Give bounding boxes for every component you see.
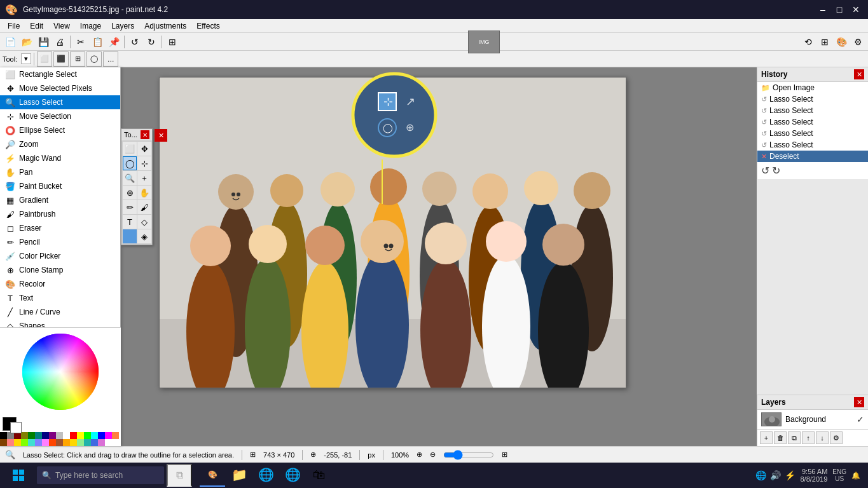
float-shapes-btn[interactable]: ◇ [137, 215, 151, 229]
palette-cell[interactable] [63, 432, 70, 439]
tool-dropdown[interactable]: ▾ [21, 53, 31, 64]
layers-close-button[interactable]: ✕ [854, 397, 864, 407]
menu-file[interactable]: File [3, 20, 25, 32]
palette-cell[interactable] [84, 439, 91, 446]
tb-icon1[interactable]: ⟲ [801, 34, 816, 50]
cut-button[interactable]: ✂ [73, 34, 88, 50]
tool-item-clone-stamp[interactable]: ⊕Clone Stamp [0, 263, 120, 277]
history-item-lasso4[interactable]: ↺ Lasso Select [757, 128, 868, 139]
taskbar-paintnet-icon[interactable]: 🎨 [200, 464, 225, 487]
palette-cell[interactable] [105, 432, 112, 439]
taskbar-chrome-icon[interactable]: 🌐 [253, 464, 279, 487]
taskbar-files-icon[interactable]: 📁 [226, 464, 252, 487]
palette-cell[interactable] [98, 439, 105, 446]
print-button[interactable]: 🖨 [52, 34, 67, 50]
tool-item-move-selection[interactable]: ⊹Move Selection [0, 109, 120, 123]
tool-item-text[interactable]: TText [0, 291, 120, 305]
zoom-slider[interactable] [443, 450, 494, 460]
open-button[interactable]: 📂 [19, 34, 34, 50]
float-lasso-btn[interactable]: ◯ [123, 156, 137, 170]
redo-button[interactable]: ↻ [144, 34, 159, 50]
palette-cell[interactable] [7, 439, 14, 446]
palette-cell[interactable] [56, 432, 63, 439]
canvas-area[interactable]: ⊹ ↗ ◯ ⊕ To... ✕ ⬜ ✥ ◯ ⊹ 🔍 + [121, 67, 757, 446]
save-button[interactable]: 💾 [36, 34, 51, 50]
float-brush-btn[interactable]: 🖌 [137, 200, 151, 214]
opt-btn5[interactable]: … [103, 51, 118, 67]
palette-cell[interactable] [49, 439, 56, 446]
layer-dup-btn[interactable]: ⧉ [788, 431, 801, 444]
tool-item-paintbrush[interactable]: 🖌Paintbrush [0, 207, 120, 221]
layer-settings-btn[interactable]: ⚙ [830, 431, 843, 444]
opt-btn3[interactable]: ⊞ [70, 51, 85, 67]
redo-icon[interactable]: ↻ [772, 165, 780, 177]
palette-cell[interactable] [42, 439, 49, 446]
opt-btn1[interactable]: ⬜ [37, 51, 52, 67]
float-zoom2-btn[interactable]: ⊕ [123, 186, 137, 200]
layer-delete-btn[interactable]: 🗑 [774, 431, 787, 444]
history-item-deselect[interactable]: ✕ Deselect [757, 151, 868, 162]
tool-item-lasso-select[interactable]: 🔍Lasso Select [0, 95, 120, 109]
palette-cell[interactable] [98, 432, 105, 439]
menu-view[interactable]: View [48, 20, 75, 32]
undo-icon[interactable]: ↺ [761, 165, 769, 177]
network-icon[interactable]: 🌐 [755, 470, 766, 480]
opt-btn2[interactable]: ⬛ [53, 51, 69, 67]
palette-cell[interactable] [35, 439, 42, 446]
palette-cell[interactable] [28, 439, 35, 446]
history-item-lasso2[interactable]: ↺ Lasso Select [757, 105, 868, 116]
palette-cell[interactable] [0, 432, 7, 439]
tool-item-gradient[interactable]: ▦Gradient [0, 193, 120, 207]
paste-button[interactable]: 📌 [106, 34, 121, 50]
crop-button[interactable]: ⊞ [165, 34, 180, 50]
history-item-lasso5[interactable]: ↺ Lasso Select [757, 139, 868, 151]
float-pencil-btn[interactable]: ✏ [123, 200, 137, 214]
copy-button[interactable]: 📋 [90, 34, 105, 50]
tb-icon3[interactable]: 🎨 [834, 34, 849, 50]
menu-layers[interactable]: Layers [106, 20, 139, 32]
palette-cell[interactable] [91, 432, 98, 439]
floating-close-button[interactable]: ✕ [141, 130, 149, 139]
new-button[interactable]: 📄 [3, 34, 18, 50]
volume-icon[interactable]: 🔊 [770, 470, 781, 480]
float-diamond-btn[interactable]: ◈ [137, 229, 151, 243]
maximize-button[interactable]: □ [832, 3, 846, 17]
palette-cell[interactable] [21, 439, 28, 446]
palette-cell[interactable] [112, 432, 119, 439]
background-color[interactable] [10, 422, 22, 433]
float-pan-btn[interactable]: + [137, 171, 151, 185]
palette-cell[interactable] [77, 439, 84, 446]
tool-item-zoom[interactable]: 🔎Zoom [0, 137, 120, 151]
layer-visibility-check[interactable]: ✓ [857, 414, 864, 424]
task-view-button[interactable]: ⧉ [167, 464, 192, 487]
close-button[interactable]: ✕ [849, 3, 863, 17]
palette-cell[interactable] [35, 432, 42, 439]
notification-icon[interactable]: 🔔 [851, 471, 860, 480]
start-button[interactable] [3, 464, 34, 487]
float-rect-btn[interactable]: ⬜ [123, 142, 137, 156]
zoom-control[interactable]: ⊕ [417, 451, 422, 459]
tool-item-pan[interactable]: ✋Pan [0, 165, 120, 179]
tool-item-eraser[interactable]: ◻Eraser [0, 221, 120, 235]
history-item-lasso1[interactable]: ↺ Lasso Select [757, 93, 868, 105]
layer-add-btn[interactable]: + [760, 431, 773, 444]
float-movsel-btn[interactable]: ⊹ [137, 156, 151, 170]
tool-item-color-picker[interactable]: 💉Color Picker [0, 249, 120, 263]
floating-header[interactable]: To... ✕ [121, 129, 152, 140]
tool-item-ellipse-select[interactable]: ⭕Ellipse Select [0, 123, 120, 137]
tb-icon4[interactable]: ⚙ [850, 34, 865, 50]
float-extra-btn[interactable]: ✋ [137, 186, 151, 200]
layer-up-btn[interactable]: ↑ [802, 431, 815, 444]
layer-down-btn[interactable]: ↓ [816, 431, 829, 444]
tb-icon2[interactable]: ⊞ [817, 34, 832, 50]
tool-item-magic-wand[interactable]: ⚡Magic Wand [0, 151, 120, 165]
palette-cell[interactable] [70, 432, 77, 439]
tool-item-move-selected-pixels[interactable]: ✥Move Selected Pixels [0, 81, 120, 95]
taskbar-store-icon[interactable]: 🛍 [307, 464, 332, 487]
palette-cell[interactable] [28, 432, 35, 439]
floating-side-close[interactable]: ✕ [155, 129, 167, 142]
palette-cell[interactable] [14, 439, 21, 446]
palette-cell[interactable] [70, 439, 77, 446]
history-item-lasso3[interactable]: ↺ Lasso Select [757, 116, 868, 128]
opt-btn4[interactable]: ◯ [86, 51, 102, 67]
